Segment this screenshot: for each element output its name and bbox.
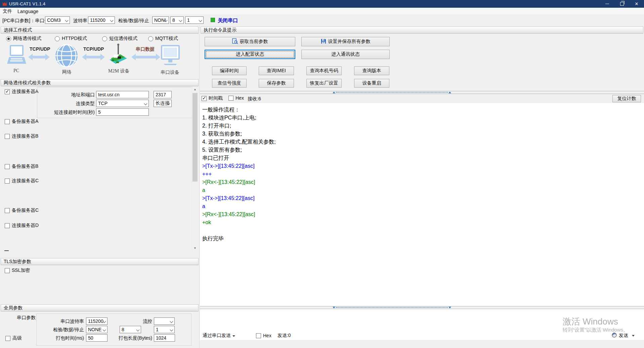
hex-display-checkbox[interactable]: Hex [228,95,244,101]
close-button[interactable]: ✕ [629,0,644,8]
log-line: 2. 打开串口; [202,122,644,130]
log-line: 串口已打开 [202,154,644,162]
enter-config-button[interactable]: 进入配置状态 [205,50,295,59]
databits-select[interactable]: 8 [170,16,184,24]
menu-file[interactable]: 文件 [0,8,15,15]
advanced-checkbox[interactable]: 高级 [5,335,22,341]
baud-select[interactable]: 115200 [88,16,115,24]
checkbox-icon [5,336,10,341]
ssl-checkbox[interactable]: SSL加密 [5,267,30,274]
checkbox-icon [5,268,10,273]
minimize-icon [605,4,609,4]
gstopbits-select[interactable]: 1 [154,326,175,333]
node-m2m-label: M2M 设备 [108,68,129,74]
menu-language[interactable]: Language [15,8,41,15]
com-port-select[interactable]: COM3 [45,16,70,24]
server-checkbox-1[interactable]: 备份服务器A [5,118,38,125]
gparity-select[interactable]: NONE [86,326,108,333]
log-line: 一般操作流程： [202,106,644,114]
app-window: USR-CAT1 V1.1.4 ✕ 文件 Language [PC串口参数]：串… [0,0,644,348]
conn-type-select[interactable]: TCP [96,100,149,107]
conn-mode-select[interactable]: 长连接 [154,100,172,107]
packtime-label: 打包时间(ms) [44,335,84,341]
factory-reset-button[interactable]: 恢复出厂设置 [306,79,342,88]
node-pc-label: PC [13,68,19,73]
triangle-icon [448,307,451,308]
arrow-icon [131,53,160,62]
save-params-button[interactable]: 保存参数 [259,79,294,88]
device-restart-button[interactable]: 设备重启 [354,79,389,88]
serial-device-icon [161,45,180,68]
section-global: 全局参数 [1,304,199,311]
server-checkbox-2[interactable]: 连接服务器B [5,133,38,139]
port-input[interactable]: 2317 [154,91,172,98]
parity-label: 检验/数据/停止 [118,18,149,24]
mode-radio-sms[interactable]: 短信透传模式 [102,36,137,42]
log-splitter-bottom[interactable] [200,306,644,309]
gbaud-select[interactable]: 115200 [86,317,108,325]
server-checkbox-5[interactable]: 备份服务器C [5,207,39,213]
query-number-button[interactable]: 查询本机号码 [306,66,342,75]
mode-radio-mqtt[interactable]: MQTT模式 [148,36,178,42]
close-serial-button[interactable]: 关闭串口 [218,17,238,24]
log-line: 3. 获取当前参数; [202,130,644,138]
port-label: [PC串口参数]：串口号 [2,18,49,24]
serial-toolbar: [PC串口参数]：串口号 COM3 波特率 115200 检验/数据/停止 NO… [0,15,644,26]
address-input[interactable]: test.usr.cn [96,91,149,98]
splitter-handle[interactable] [336,92,448,94]
recv-count: 接收:6 [248,96,261,102]
radio-icon [148,36,153,41]
send-button[interactable]: 发送 [612,333,635,339]
checkbox-icon [5,208,10,213]
server-checkbox-0[interactable]: 连接服务器A [5,89,38,95]
packlen-input[interactable]: 1024 [154,334,175,342]
reset-counter-button[interactable]: 复位计数 [612,95,641,102]
query-version-button[interactable]: 查询版本 [354,66,389,75]
send-via-dropdown[interactable]: 通过串口发送 [203,333,235,339]
log-line: >[Rx<-][13:45:22][asc] [202,178,644,186]
packtime-input[interactable]: 50 [86,334,108,342]
mode-radio-net[interactable]: 网络透传模式 [6,36,41,42]
query-signal-button[interactable]: 查信号强度 [212,79,247,88]
timeout-label: 短连接超时时间(秒) [37,109,95,115]
timeout-input[interactable]: 5 [96,108,149,116]
server-checkbox-3[interactable]: 备份服务器B [5,163,38,169]
checkbox-icon [5,134,10,139]
scroll-down-icon[interactable]: ▼ [192,245,198,251]
triangle-icon [448,92,451,93]
log-area[interactable]: 一般操作流程：1. 模块连PC串口,上电;2. 打开串口;3. 获取当前参数;4… [200,103,644,306]
query-imei-button[interactable]: 查询IMEI [259,66,294,75]
packlen-label: 打包长度(Bytes) [112,335,152,341]
stopbits-select[interactable]: 1 [185,16,204,24]
arrow-icon [28,53,50,62]
left-scrollbar[interactable]: ▲ ▼ [192,87,198,251]
log-splitter-top[interactable] [200,91,644,94]
set-save-params-button[interactable]: 设置并保存所有参数 [301,37,390,46]
menu-bar: 文件 Language [0,8,644,15]
mode-radio-httpd[interactable]: HTTPD模式 [55,36,87,42]
flow-select[interactable] [154,317,175,325]
maximize-button[interactable] [614,0,629,8]
server-checkbox-6[interactable]: 连接服务器D [5,222,39,229]
timestamp-checkbox[interactable]: 时间戳 [202,95,223,101]
scroll-up-icon[interactable]: ▲ [192,87,198,92]
log-line: 4. 选择工作模式,配置相关参数; [202,138,644,146]
window-title: USR-CAT1 V1.1.4 [9,1,45,6]
node-net-label: 网络 [62,69,72,75]
conn-type-label: 连接类型 [44,101,95,107]
enter-comm-button[interactable]: 进入通讯状态 [301,50,390,59]
compile-time-button[interactable]: 编译时间 [212,66,247,75]
log-line: +ok [202,218,644,227]
close-icon: ✕ [635,2,639,6]
get-params-button[interactable]: 获取当前参数 [205,37,295,46]
log-line: 执行完毕 [202,235,644,243]
gdatabits-select[interactable]: 8 [120,326,141,333]
server-checkbox-4[interactable]: 连接服务器C [5,178,39,184]
scrollbar-thumb[interactable] [192,93,198,182]
log-line: 1. 模块连PC串口,上电; [202,114,644,122]
hex-send-checkbox[interactable]: Hex [256,333,271,338]
minimize-button[interactable] [600,0,614,8]
radio-icon [55,36,60,41]
pc-icon [7,45,26,68]
parity-select[interactable]: NONI [152,16,169,24]
